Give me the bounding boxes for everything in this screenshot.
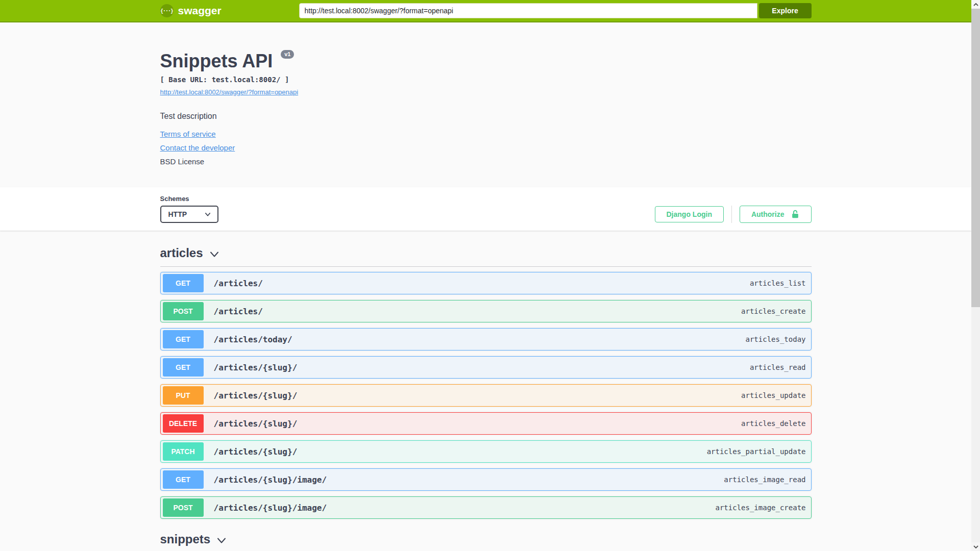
api-description: Test description bbox=[160, 112, 812, 121]
operation-path: /articles/{slug}/ bbox=[214, 363, 750, 372]
method-badge: GET bbox=[163, 330, 204, 348]
operation-id: articles_partial_update bbox=[707, 447, 806, 456]
contact-developer-link[interactable]: Contact the developer bbox=[160, 143, 235, 152]
auth-divider bbox=[731, 206, 732, 223]
auth-wrapper: Django Login Authorize bbox=[655, 206, 812, 223]
method-badge: GET bbox=[163, 274, 204, 292]
operation-row[interactable]: POST /articles/{slug}/image/ articles_im… bbox=[160, 496, 812, 519]
method-badge: DELETE bbox=[163, 414, 204, 433]
method-badge: GET bbox=[163, 470, 204, 489]
operation-row[interactable]: DELETE /articles/{slug}/ articles_delete bbox=[160, 412, 812, 435]
operations-container: articles GET /articles/ articles_list PO… bbox=[160, 231, 812, 551]
method-badge: PUT bbox=[163, 386, 204, 405]
api-title-text: Snippets API bbox=[160, 51, 273, 71]
swagger-logo-icon: {···} bbox=[160, 4, 174, 17]
method-badge: PATCH bbox=[163, 442, 204, 461]
operation-row[interactable]: PATCH /articles/{slug}/ articles_partial… bbox=[160, 440, 812, 463]
explore-form: Explore bbox=[299, 3, 812, 18]
authorize-button[interactable]: Authorize bbox=[740, 206, 812, 223]
license-label: BSD License bbox=[160, 157, 812, 166]
scheme-container: Schemes HTTP Django Login Authorize bbox=[0, 187, 971, 231]
operation-path: /articles/{slug}/ bbox=[214, 419, 742, 429]
terms-of-service-link[interactable]: Terms of service bbox=[160, 130, 216, 138]
vertical-scrollbar[interactable] bbox=[971, 0, 980, 551]
operation-row[interactable]: GET /articles/ articles_list bbox=[160, 272, 812, 294]
spec-url-input[interactable] bbox=[299, 3, 757, 18]
operation-path: /articles/ bbox=[214, 279, 750, 288]
api-info-section: Snippets API v1 [ Base URL: test.local:8… bbox=[0, 22, 971, 187]
tag-header[interactable]: snippets bbox=[160, 532, 812, 546]
operation-id: articles_delete bbox=[741, 419, 805, 428]
operation-path: /articles/{slug}/image/ bbox=[214, 475, 724, 485]
topbar: {···} swagger Explore bbox=[0, 0, 971, 22]
operation-id: articles_image_read bbox=[724, 475, 805, 484]
method-badge: POST bbox=[163, 302, 204, 320]
operation-id: articles_read bbox=[750, 363, 806, 371]
swagger-brand-link[interactable]: {···} swagger bbox=[160, 4, 222, 17]
tag-section: articles GET /articles/ articles_list PO… bbox=[160, 246, 812, 519]
operation-id: articles_list bbox=[750, 279, 806, 287]
operation-id: articles_image_create bbox=[715, 504, 805, 512]
operation-path: /articles/{slug}/ bbox=[214, 391, 742, 400]
scrollbar-up-arrow-icon[interactable] bbox=[971, 0, 980, 9]
schemes-block: Schemes HTTP bbox=[160, 195, 218, 223]
operation-path: /articles/today/ bbox=[214, 335, 746, 344]
tag-header[interactable]: articles bbox=[160, 246, 812, 260]
operation-row[interactable]: PUT /articles/{slug}/ articles_update bbox=[160, 384, 812, 407]
operation-path: /articles/ bbox=[214, 307, 742, 316]
schemes-label: Schemes bbox=[160, 195, 218, 203]
tag-divider bbox=[160, 266, 812, 267]
operation-row[interactable]: GET /articles/{slug}/ articles_read bbox=[160, 356, 812, 379]
version-badge: v1 bbox=[281, 50, 294, 59]
method-badge: POST bbox=[163, 498, 204, 517]
authorize-label: Authorize bbox=[751, 210, 785, 218]
explore-button[interactable]: Explore bbox=[759, 3, 812, 18]
scrollbar-thumb[interactable] bbox=[971, 9, 980, 307]
operation-list: GET /articles/ articles_list POST /artic… bbox=[160, 272, 812, 519]
scheme-selected-value: HTTP bbox=[168, 210, 187, 218]
operation-id: articles_create bbox=[741, 307, 805, 315]
method-badge: GET bbox=[163, 358, 204, 377]
scrollbar-down-arrow-icon[interactable] bbox=[971, 542, 980, 551]
tag-section: snippets GET /snippets/ snippets_list bbox=[160, 532, 812, 551]
chevron-down-icon bbox=[209, 249, 219, 259]
operation-id: articles_update bbox=[741, 391, 805, 399]
swagger-ui-page: {···} swagger Explore Snippets API v1 [ … bbox=[0, 0, 971, 551]
unlock-icon bbox=[791, 210, 800, 219]
spec-url-link[interactable]: http://test.local:8002/swagger/?format=o… bbox=[160, 88, 299, 96]
page-title: Snippets API v1 bbox=[160, 52, 812, 70]
scheme-select[interactable]: HTTP bbox=[160, 206, 218, 223]
brand-title: swagger bbox=[178, 5, 222, 17]
operation-row[interactable]: GET /articles/today/ articles_today bbox=[160, 328, 812, 350]
chevron-down-icon bbox=[204, 211, 211, 218]
django-login-button[interactable]: Django Login bbox=[655, 206, 724, 222]
operation-path: /articles/{slug}/ bbox=[214, 447, 707, 457]
operation-row[interactable]: GET /articles/{slug}/image/ articles_ima… bbox=[160, 468, 812, 491]
base-url: [ Base URL: test.local:8002/ ] bbox=[160, 76, 812, 84]
operation-row[interactable]: POST /articles/ articles_create bbox=[160, 300, 812, 322]
operation-path: /articles/{slug}/image/ bbox=[214, 503, 716, 513]
django-login-label: Django Login bbox=[667, 210, 712, 218]
tag-title: articles bbox=[160, 246, 203, 260]
tag-title: snippets bbox=[160, 532, 211, 546]
chevron-down-icon bbox=[216, 535, 227, 545]
operation-id: articles_today bbox=[745, 335, 805, 343]
